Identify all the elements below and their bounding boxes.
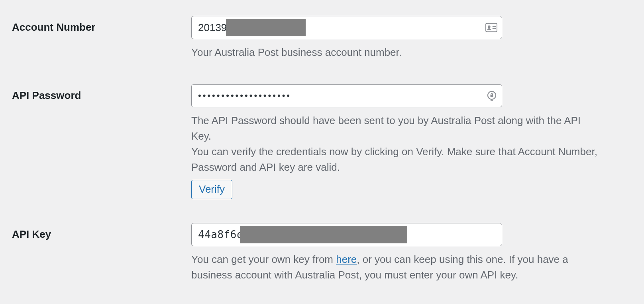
- svg-rect-5: [491, 95, 493, 97]
- api-password-input-wrap: [191, 84, 502, 107]
- api-password-label: API Password: [12, 84, 191, 103]
- api-key-help: You can get your own key from here, or y…: [191, 252, 598, 283]
- api-password-input[interactable]: [191, 84, 502, 107]
- api-key-input-wrap: [191, 223, 502, 246]
- api-key-help-pre: You can get your own key from: [191, 253, 336, 265]
- account-number-row: Account Number Your Australia Post busin…: [12, 16, 632, 60]
- api-key-label: API Key: [12, 223, 191, 241]
- api-key-redaction: [240, 226, 407, 243]
- api-password-verify-text: You can verify the credentials now by cl…: [191, 144, 598, 175]
- svg-rect-2: [493, 26, 496, 27]
- api-password-help-line1: The API Password should have been sent t…: [191, 113, 598, 144]
- verify-button[interactable]: Verify: [191, 180, 232, 199]
- account-number-help: Your Australia Post business account num…: [191, 45, 598, 60]
- api-password-field: The API Password should have been sent t…: [191, 84, 598, 199]
- api-key-field: You can get your own key from here, or y…: [191, 223, 598, 283]
- api-password-help-line2: You can verify the credentials now by cl…: [191, 144, 598, 199]
- api-key-row: API Key You can get your own key from he…: [12, 223, 632, 283]
- password-lock-icon: [486, 90, 497, 101]
- svg-point-1: [488, 26, 491, 28]
- api-password-help: The API Password should have been sent t…: [191, 113, 598, 199]
- account-number-input-wrap: [191, 16, 502, 39]
- account-number-redaction: [226, 19, 306, 36]
- account-number-field: Your Australia Post business account num…: [191, 16, 598, 60]
- api-key-here-link[interactable]: here: [336, 253, 357, 265]
- id-card-icon: [485, 23, 497, 32]
- account-number-label: Account Number: [12, 16, 191, 34]
- svg-rect-0: [486, 24, 497, 32]
- api-password-row: API Password The API Password should hav…: [12, 84, 632, 199]
- svg-rect-3: [493, 28, 496, 29]
